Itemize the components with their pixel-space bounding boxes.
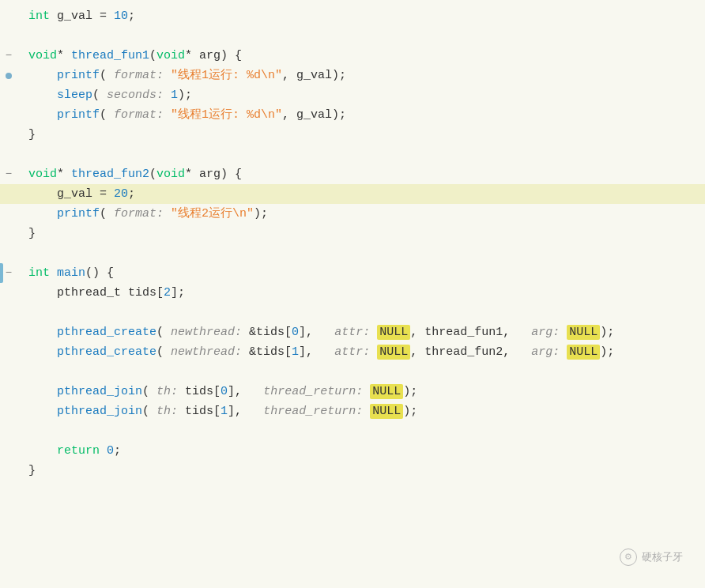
param-thread-return-1: thread_return:: [263, 385, 363, 398]
n1a: 1: [292, 345, 299, 359]
code-line-17: pthread_create( newthread: &tids[0], att…: [0, 322, 705, 342]
keyword-int: int: [28, 9, 50, 23]
number-1: 1: [171, 89, 178, 102]
number-10: 10: [114, 9, 128, 23]
code-line-blank-4: [0, 303, 705, 322]
kw-return: return: [57, 444, 100, 458]
code-line-18: pthread_create( newthread: &tids[1], att…: [0, 342, 705, 362]
code-text-b6: [17, 422, 705, 441]
code-text-b4: [17, 303, 705, 322]
n0b: 0: [221, 385, 228, 398]
code-line-24: }: [0, 461, 705, 481]
param-thread-return-2: thread_return:: [263, 405, 363, 418]
code-line-9: − void* thread_fun2(void* arg) {: [0, 164, 705, 184]
code-text-b2: [17, 145, 705, 164]
code-text-24: }: [17, 462, 705, 481]
null-6: NULL: [370, 404, 403, 419]
param-th-1: th:: [156, 385, 178, 398]
param-format-2: format:: [114, 108, 164, 122]
collapse-icon-2[interactable]: −: [6, 165, 12, 183]
param-newthread-2: newthread:: [171, 345, 242, 359]
kw-void-4: void: [156, 168, 185, 181]
code-line-12: }: [0, 224, 705, 243]
code-text-1: int g_val = 10;: [17, 7, 705, 26]
fn-thread-fun1: thread_fun1: [71, 49, 149, 62]
code-line-6: printf( format: "线程1运行: %d\n", g_val);: [0, 105, 705, 125]
fn-pthread-join-2: pthread_join: [57, 405, 142, 418]
param-format-1: format:: [114, 69, 164, 82]
watermark-icon: ⚙: [620, 548, 637, 566]
fn-main: main: [57, 266, 85, 280]
kw-void-2: void: [156, 49, 185, 62]
code-line-1: int g_val = 10;: [0, 6, 705, 26]
number-ret: 0: [107, 444, 114, 458]
code-line-7: }: [0, 125, 705, 145]
code-line-blank-5: [0, 362, 705, 382]
gutter-9[interactable]: −: [0, 165, 17, 183]
code-text-15: pthread_t tids[2];: [17, 284, 705, 303]
param-arg-1: arg:: [531, 326, 560, 339]
fn-printf-2: printf: [57, 108, 100, 122]
fn-pthread-create-2: pthread_create: [57, 345, 156, 359]
code-text-6: printf( format: "线程1运行: %d\n", g_val);: [17, 106, 705, 125]
param-attr-1: attr:: [334, 326, 370, 339]
number-2: 2: [164, 286, 171, 300]
param-arg-2: arg:: [531, 345, 560, 359]
param-attr-2: attr:: [334, 345, 370, 359]
fn-sleep: sleep: [57, 89, 92, 102]
kw-void-3: void: [28, 168, 57, 181]
code-line-blank-3: [0, 243, 705, 263]
code-text-14: int main() {: [17, 264, 705, 283]
code-line-blank-1: [0, 26, 705, 46]
code-text-9: void* thread_fun2(void* arg) {: [17, 165, 705, 184]
null-2: NULL: [567, 325, 600, 340]
fn-thread-fun2: thread_fun2: [71, 168, 149, 181]
kw-int-main: int: [28, 266, 50, 280]
fn-printf-3: printf: [57, 207, 100, 220]
code-text-3: void* thread_fun1(void* arg) {: [17, 47, 705, 66]
code-text-10: g_val = 20;: [17, 185, 705, 204]
null-5: NULL: [370, 384, 403, 399]
code-text-7: }: [17, 126, 705, 145]
gutter-14[interactable]: −: [0, 264, 17, 281]
code-line-5: sleep( seconds: 1);: [0, 85, 705, 105]
code-line-23: return 0;: [0, 441, 705, 461]
string-3: "线程2运行\n": [171, 207, 254, 220]
code-line-10: g_val = 20;: [0, 184, 705, 204]
gutter-4: [0, 73, 17, 79]
breakpoint-dot-1[interactable]: [6, 73, 12, 79]
code-line-3: − void* thread_fun1(void* arg) {: [0, 46, 705, 66]
code-line-14: − int main() {: [0, 263, 705, 283]
code-editor: int g_val = 10; − void* thread_fun1(void…: [0, 0, 705, 588]
param-newthread-1: newthread:: [171, 326, 242, 339]
code-line-15: pthread_t tids[2];: [0, 283, 705, 303]
watermark-text: 硬核子牙: [642, 549, 683, 566]
param-format-3: format:: [114, 207, 164, 220]
n0a: 0: [292, 326, 299, 339]
collapse-icon-3[interactable]: −: [6, 264, 12, 281]
kw-void-1: void: [28, 49, 57, 62]
fn-printf-1: printf: [57, 69, 100, 82]
code-text-4: printf( format: "线程1运行: %d\n", g_val);: [17, 66, 705, 85]
param-th-2: th:: [156, 405, 178, 418]
collapse-icon-1[interactable]: −: [6, 47, 12, 64]
watermark: ⚙ 硬核子牙: [620, 548, 683, 566]
number-20: 20: [114, 187, 128, 201]
code-line-20: pthread_join( th: tids[0], thread_return…: [0, 382, 705, 401]
fn-pthread-join-1: pthread_join: [57, 385, 142, 398]
n1b: 1: [221, 405, 228, 418]
code-text-23: return 0;: [17, 442, 705, 461]
code-text-b5: [17, 363, 705, 382]
string-2: "线程1运行: %d\n": [171, 108, 282, 122]
code-text-17: pthread_create( newthread: &tids[0], att…: [17, 323, 705, 342]
code-text-b3: [17, 244, 705, 263]
code-text-11: printf( format: "线程2运行\n");: [17, 205, 705, 224]
string-1: "线程1运行: %d\n": [171, 69, 282, 82]
code-text-12: }: [17, 224, 705, 243]
code-text-21: pthread_join( th: tids[1], thread_return…: [17, 402, 705, 421]
type-pthread: pthread_t: [57, 286, 121, 300]
gutter-3[interactable]: −: [0, 47, 17, 64]
code-text-5: sleep( seconds: 1);: [17, 86, 705, 105]
code-line-blank-6: [0, 421, 705, 441]
null-3: NULL: [377, 345, 410, 360]
